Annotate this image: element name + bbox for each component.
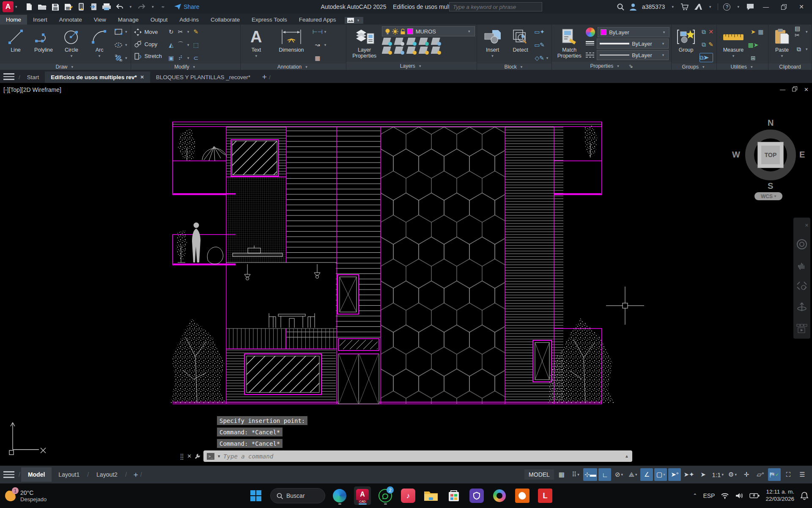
notification-bell-icon[interactable]: z — [800, 491, 809, 500]
array-caret-icon[interactable]: ▾ — [187, 56, 189, 60]
layer-isolate-icon[interactable] — [394, 38, 403, 45]
model-tab[interactable]: Model — [21, 467, 52, 482]
layer-on2-icon[interactable] — [382, 47, 391, 54]
leader-caret-icon[interactable]: ▾ — [324, 43, 326, 47]
panel-label-groups[interactable]: Groups▾ — [672, 64, 716, 70]
recent-commands-caret-icon[interactable]: ▼ — [217, 454, 221, 458]
new-layout-button[interactable]: ＋ — [132, 469, 140, 480]
text-button[interactable]: A Text▾ — [243, 26, 269, 62]
cut-icon[interactable]: ▤✂ — [795, 28, 803, 36]
tab-addins[interactable]: Add-ins — [173, 15, 205, 25]
layer-unlock-icon[interactable] — [400, 28, 406, 35]
viewcube-top-face[interactable]: TOP — [757, 142, 784, 168]
music-icon[interactable]: ♪ — [400, 486, 417, 505]
share-button[interactable]: Share — [174, 3, 199, 10]
stretch-button[interactable]: Stretch — [134, 50, 162, 62]
open-folder-icon[interactable] — [38, 3, 47, 11]
file-explorer-icon[interactable] — [422, 486, 439, 505]
rectangle-tool-icon[interactable] — [114, 28, 123, 36]
group-selection-toggle[interactable]: ⧉➤ — [700, 53, 708, 62]
tab-express-tools[interactable]: Express Tools — [246, 15, 293, 25]
feedback-bubble-icon[interactable] — [746, 3, 754, 11]
paste-caret-icon[interactable]: ▾ — [781, 54, 783, 58]
layout2-tab[interactable]: Layout2 — [90, 467, 124, 482]
snap-toggle[interactable]: ⠿▾ — [569, 468, 582, 481]
ms-store-icon[interactable] — [445, 486, 462, 505]
viewcube-south[interactable]: S — [768, 181, 773, 191]
viewcube[interactable]: N S W E TOP — [745, 130, 796, 180]
panel-label-utilities[interactable]: Utilities▾ — [717, 64, 768, 70]
file-tabs-menu-icon[interactable] — [3, 71, 14, 82]
leader-icon[interactable]: ↝ — [313, 41, 322, 49]
create-block-icon[interactable]: ▭✦ — [535, 28, 544, 36]
tab-collaborate[interactable]: Collaborate — [205, 15, 246, 25]
save-as-icon[interactable] — [64, 3, 73, 11]
minimize-button[interactable]: — — [760, 0, 772, 13]
trim-caret-icon[interactable]: ▾ — [187, 30, 189, 34]
copy-button[interactable]: Copy — [134, 39, 162, 50]
file-tab-doc1[interactable]: Edificios de usos multiples rev*✕ — [45, 72, 150, 83]
tray-expand-chevron-icon[interactable]: ⌃ — [693, 493, 697, 499]
erase-icon[interactable]: ✎ — [192, 28, 200, 36]
annotation-monitor-icon[interactable]: ✛ — [740, 468, 753, 481]
layer-freeze-sun-icon[interactable] — [392, 28, 398, 35]
file-tab-start[interactable]: Start — [21, 72, 45, 83]
circle-caret-icon[interactable]: ▾ — [71, 54, 73, 58]
redo-icon[interactable] — [137, 3, 146, 10]
panel-label-properties[interactable]: Properties▾⇘ — [552, 62, 671, 70]
trim-icon[interactable]: ✂ — [176, 28, 185, 36]
tab-featured-apps[interactable]: Featured Apps — [293, 15, 342, 25]
panel-label-block[interactable]: Block▾ — [477, 64, 552, 70]
username[interactable]: a385373 — [642, 3, 665, 10]
ellipse-caret-icon[interactable]: ▾ — [125, 43, 127, 47]
show-motion-icon[interactable] — [796, 323, 807, 334]
new-file-icon[interactable] — [25, 3, 33, 11]
graphics-performance-icon[interactable]: ⛿✔ — [768, 468, 781, 481]
mirror-icon[interactable]: ◭ — [167, 41, 176, 49]
panel-label-annotation[interactable]: Annotation▾ — [241, 64, 346, 70]
fillet-icon[interactable]: ⌒ — [176, 41, 185, 49]
dim-linear-caret-icon[interactable]: ▾ — [324, 30, 326, 34]
layer-off-icon[interactable] — [382, 38, 391, 45]
ortho-toggle[interactable]: ∟ — [598, 468, 611, 481]
keyword-search-input[interactable] — [449, 2, 542, 11]
dim-linear-icon[interactable]: ⊢⊣ — [313, 28, 322, 36]
measure-button[interactable]: Measure▾ — [719, 26, 747, 62]
workspace-gear-icon[interactable]: ⚙▾ — [726, 468, 739, 481]
copy-clip-caret-icon[interactable]: ▾ — [806, 47, 808, 51]
tab-annotate[interactable]: Annotate — [53, 15, 88, 25]
ribbon-media-button[interactable]: ▾ — [345, 17, 364, 24]
zoom-extents-icon[interactable] — [796, 281, 807, 291]
viewport-close-icon[interactable]: ✕ — [804, 86, 809, 93]
insert-caret-icon[interactable]: ▾ — [491, 54, 494, 58]
search-icon[interactable] — [617, 3, 624, 11]
viewport-restore-icon[interactable] — [792, 86, 797, 93]
close-button[interactable]: ✕ — [795, 0, 808, 13]
autocad-app-icon[interactable]: A — [3, 1, 14, 12]
autocad-taskbar-icon[interactable]: A CAD — [354, 486, 371, 505]
new-tab-button[interactable]: ＋ — [261, 72, 268, 82]
crunchyroll-icon[interactable] — [514, 486, 531, 505]
cart-icon[interactable] — [680, 3, 689, 11]
customize-status-icon[interactable]: ☰ — [796, 468, 809, 481]
insert-button[interactable]: Insert▾ — [480, 26, 506, 62]
panel-label-modify[interactable]: Modify▾ — [131, 64, 240, 70]
clean-screen-icon[interactable]: ⛶ — [782, 468, 795, 481]
pan-hand-icon[interactable] — [797, 260, 807, 271]
osnap-tracking-toggle[interactable]: ∠ — [640, 468, 653, 481]
clock[interactable]: 12:11 a. m. 22/03/2026 — [765, 489, 794, 503]
autodesk-caret-icon[interactable]: ▾ — [709, 5, 711, 9]
tab-insert[interactable]: Insert — [27, 15, 53, 25]
layer-properties-button[interactable]: Layer Properties — [349, 26, 380, 62]
undo-icon[interactable] — [115, 3, 124, 10]
navigation-wheel-icon[interactable] — [796, 239, 807, 250]
layer-lock-icon[interactable] — [419, 38, 428, 45]
autoscale-toggle[interactable]: ➤✦ — [682, 468, 695, 481]
group-edit-icon[interactable]: ⧉ — [700, 40, 708, 49]
viewcube-east[interactable]: E — [799, 150, 805, 160]
shield-app-icon[interactable] — [468, 486, 485, 505]
help-caret-icon[interactable]: ▾ — [737, 5, 739, 9]
circle-button[interactable]: Circle▾ — [58, 26, 85, 62]
paste-button[interactable]: Paste▾ — [771, 26, 793, 62]
offset-icon[interactable]: ⊂ — [192, 54, 200, 62]
